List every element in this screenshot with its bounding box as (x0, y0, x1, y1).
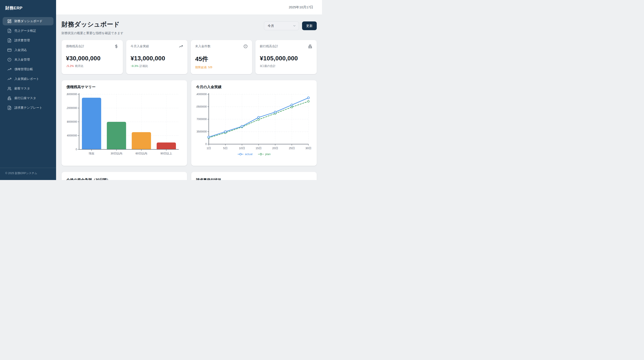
alert-circle-icon (7, 57, 12, 62)
legend-item: plan (258, 153, 271, 156)
trending-up-icon (7, 67, 12, 71)
charts-row: 債権残高サマリー 0400000080000001200000016000000… (62, 80, 317, 166)
credit-card-icon (7, 48, 12, 52)
trending-up-icon (7, 77, 12, 81)
bar-chart-card: 債権残高サマリー 0400000080000001200000016000000… (62, 80, 187, 166)
page-subtitle: 財務状況の概要と重要な指標を確認できます (62, 31, 124, 35)
sidebar-item-label: 請求書管理 (14, 38, 30, 42)
svg-text:30日以内: 30日以内 (110, 152, 122, 155)
kpi-card: 銀行残高合計¥105,000,0003口座の合計 (256, 40, 317, 74)
invoice-status-title: 請求書発行状況 (196, 178, 312, 180)
topbar: 2025年10月17日 (56, 0, 322, 14)
sidebar-item[interactable]: 入金消込 (3, 46, 54, 54)
svg-text:12000000: 12000000 (66, 107, 77, 110)
main-area: 2025年10月17日 財務ダッシュボード 財務状況の概要と重要な指標を確認でき… (56, 0, 322, 180)
kpi-value: ¥30,000,000 (66, 55, 118, 62)
svg-text:30日: 30日 (305, 147, 311, 150)
kpi-value: ¥13,000,000 (130, 55, 183, 62)
sidebar-footer: © 2025 財務ERPシステム (0, 168, 56, 180)
kpi-label: 今月入金実績 (130, 44, 149, 48)
invoice-status-card: 請求書発行状況 (191, 172, 317, 180)
legend-marker-icon (258, 153, 264, 156)
sidebar-item[interactable]: 請求書管理 (3, 36, 54, 45)
file-text-icon (7, 38, 12, 43)
app-logo: 財務ERP (0, 0, 56, 14)
sidebar-item-label: 請求書テンプレート (14, 106, 42, 110)
file-text-icon (7, 106, 12, 110)
sidebar-item-label: 入金実績レポート (14, 77, 39, 81)
sidebar-item[interactable]: 銀行口座マスタ (3, 94, 54, 102)
legend-label: actual (245, 153, 252, 156)
svg-text:60日以内: 60日以内 (136, 152, 147, 155)
svg-text:1日: 1日 (206, 147, 211, 150)
refresh-button[interactable]: 更新 (302, 21, 317, 30)
svg-text:10日: 10日 (239, 147, 245, 150)
sidebar-item-label: 財務ダッシュボード (14, 19, 42, 23)
line-chart-title: 今月の入金実績 (196, 85, 312, 89)
cash-forecast-title: 今後の資金予測（30日間） (66, 178, 182, 180)
svg-text:5日: 5日 (223, 147, 228, 150)
sidebar-item-label: 銀行口座マスタ (14, 96, 36, 100)
sidebar-item-label: 債権管理台帳 (14, 67, 33, 71)
kpi-sub: 期限超過: 5件 (195, 65, 248, 69)
line-chart: 03500000700000010500000140000001日5日10日15… (196, 91, 312, 152)
kpi-delta: ↓5.2% (66, 64, 74, 68)
kpi-delta: 期限超過: 5件 (195, 66, 212, 69)
svg-text:25日: 25日 (289, 147, 294, 150)
svg-text:現在: 現在 (89, 152, 94, 155)
legend-label: plan (265, 153, 271, 156)
content: 財務ダッシュボード 財務状況の概要と重要な指標を確認できます 今月 更新 債権残… (56, 14, 322, 180)
svg-text:15日: 15日 (256, 147, 262, 150)
sidebar-item[interactable]: 顧客マスタ (3, 84, 54, 93)
kpi-card: 今月入金実績¥13,000,000↑8.3%計画比 (126, 40, 188, 74)
cash-forecast-card: 今後の資金予測（30日間） (62, 172, 187, 180)
users-icon (7, 86, 12, 91)
bank-icon (7, 96, 12, 100)
line-chart-legend: actualplan (196, 153, 312, 156)
sidebar-item[interactable]: 未入金管理 (3, 56, 54, 64)
header-controls: 今月 更新 (264, 21, 317, 30)
bar-chart: 0400000080000001200000016000000現在30日以内60… (66, 91, 182, 157)
dashboard-icon (7, 19, 12, 23)
kpi-card: 債権残高合計¥30,000,000↓5.2%前月比 (62, 40, 123, 74)
sidebar-item-label: 入金消込 (14, 48, 27, 52)
sidebar-item[interactable]: 財務ダッシュボード (3, 17, 54, 25)
trending-up-icon (179, 44, 183, 48)
svg-text:0: 0 (205, 143, 207, 146)
alert-circle-icon (243, 44, 248, 48)
sidebar-item[interactable]: 請求書テンプレート (3, 104, 54, 112)
kpi-label: 債権残高合計 (66, 44, 84, 48)
kpi-note: 3口座の合計 (260, 64, 276, 68)
page-title: 財務ダッシュボード (62, 20, 124, 29)
period-select[interactable]: 今月 (264, 21, 299, 30)
sidebar-item-label: 顧客マスタ (14, 87, 30, 91)
period-select-value: 今月 (268, 24, 274, 28)
kpi-label: 銀行残高合計 (260, 44, 278, 48)
svg-text:3500000: 3500000 (196, 130, 207, 133)
current-date: 2025年10月17日 (289, 5, 313, 9)
sidebar-item-label: 未入金管理 (14, 58, 30, 62)
page-header: 財務ダッシュボード 財務状況の概要と重要な指標を確認できます 今月 更新 (62, 19, 317, 35)
sidebar: 財務ERP 財務ダッシュボード売上データ検証請求書管理入金消込未入金管理債権管理… (0, 0, 56, 180)
app-root: 財務ERP 財務ダッシュボード売上データ検証請求書管理入金消込未入金管理債権管理… (0, 0, 322, 180)
svg-text:16000000: 16000000 (66, 93, 77, 96)
kpi-row: 債権残高合計¥30,000,000↓5.2%前月比今月入金実績¥13,000,0… (62, 40, 317, 74)
svg-text:10500000: 10500000 (196, 105, 207, 108)
sidebar-item[interactable]: 売上データ検証 (3, 27, 54, 35)
sidebar-item[interactable]: 債権管理台帳 (3, 65, 54, 73)
kpi-value: ¥105,000,000 (260, 55, 312, 62)
legend-item: actual (238, 153, 252, 156)
sidebar-item[interactable]: 入金実績レポート (3, 75, 54, 83)
chevron-down-icon (293, 24, 296, 27)
sidebar-item-label: 売上データ検証 (14, 29, 36, 33)
svg-text:90日以上: 90日以上 (160, 152, 172, 155)
line-chart-card: 今月の入金実績 03500000700000010500000140000001… (191, 80, 317, 166)
kpi-sub: 3口座の合計 (260, 64, 312, 68)
svg-text:7000000: 7000000 (196, 118, 207, 121)
bar-chart-title: 債権残高サマリー (66, 85, 182, 89)
kpi-delta: ↑8.3% (130, 64, 138, 68)
sidebar-nav: 財務ダッシュボード売上データ検証請求書管理入金消込未入金管理債権管理台帳入金実績… (0, 14, 56, 168)
svg-text:8000000: 8000000 (67, 120, 77, 123)
dollar-icon (114, 44, 118, 48)
file-data-icon (7, 29, 12, 33)
